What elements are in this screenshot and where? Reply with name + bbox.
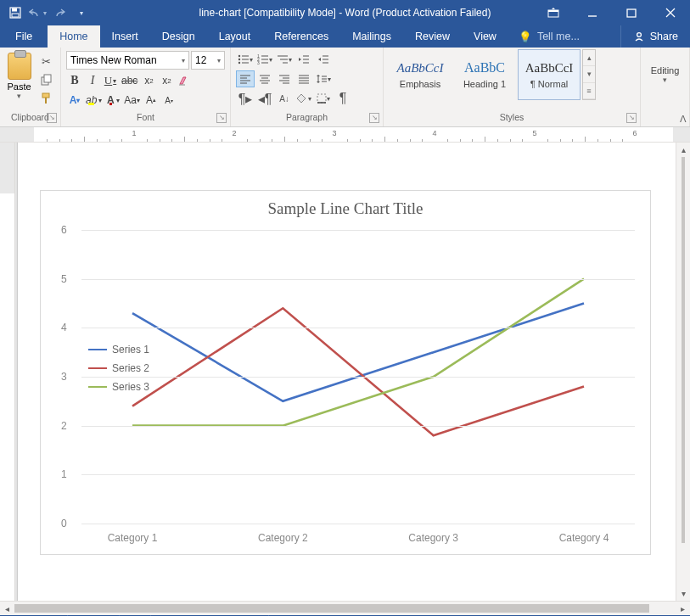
font-color-button[interactable]: A▾ (104, 92, 121, 109)
clipboard-launcher[interactable]: ↘ (47, 113, 57, 123)
document-area: Sample Line Chart Title Series 1Series 2… (0, 143, 690, 601)
chart-object[interactable]: Sample Line Chart Title Series 1Series 2… (40, 190, 651, 555)
style-heading1[interactable]: AaBbC Heading 1 (453, 49, 516, 100)
ribbon-options-button[interactable] (534, 0, 573, 25)
horizontal-scrollbar[interactable]: ◂ ▸ (0, 601, 690, 615)
italic-button[interactable]: I (84, 72, 101, 89)
strikethrough-button[interactable]: abc (120, 72, 139, 89)
bullets-button[interactable]: ▾ (236, 51, 255, 68)
superscript-button[interactable]: x2 (158, 72, 175, 89)
multilevel-list-button[interactable]: ▾ (275, 51, 294, 68)
style-name: ¶ Normal (530, 79, 568, 89)
numbering-button[interactable]: 123▾ (255, 51, 274, 68)
align-center-button[interactable] (255, 70, 274, 87)
window-controls (534, 0, 690, 25)
subscript-button[interactable]: x2 (140, 72, 157, 89)
save-button[interactable] (5, 3, 25, 23)
styles-launcher[interactable]: ↘ (626, 113, 637, 123)
highlight-button[interactable]: ab▾ (84, 92, 104, 109)
font-size-combo[interactable]: 12▾ (191, 51, 225, 70)
group-font: Times New Roman▾ 12▾ B I U▾ abc x2 x2 A▾… (61, 48, 231, 126)
sort-button[interactable]: A↓ (275, 90, 294, 107)
group-paragraph: ▾ 123▾ ▾ ▾ ¶▸ ◂¶ A↓ ▾ ▾ ¶ Para (231, 48, 384, 126)
font-size-value: 12 (195, 54, 206, 66)
increase-indent-button[interactable] (314, 51, 333, 68)
tab-home[interactable]: Home (48, 25, 99, 48)
bold-button[interactable]: B (66, 72, 83, 89)
svg-text:3: 3 (257, 60, 260, 64)
redo-button[interactable] (49, 3, 70, 23)
tab-layout[interactable]: Layout (207, 25, 263, 48)
vertical-scrollbar[interactable]: ▴ ▾ (676, 143, 690, 601)
scroll-left-icon[interactable]: ◂ (0, 602, 14, 615)
styles-group-label: Styles↘ (384, 112, 640, 126)
copy-button[interactable] (36, 71, 55, 88)
paste-button[interactable]: Paste ▾ (5, 51, 33, 100)
font-launcher[interactable]: ↘ (216, 113, 227, 123)
line-spacing-button[interactable]: ▾ (314, 70, 333, 87)
undo-button[interactable]: ▾ (27, 3, 48, 23)
text-effects-button[interactable]: A▾ (66, 92, 83, 109)
tab-insert[interactable]: Insert (100, 25, 150, 48)
share-button[interactable]: Share (620, 25, 690, 48)
share-icon (633, 31, 645, 42)
tab-design[interactable]: Design (150, 25, 207, 48)
lightbulb-icon: 💡 (519, 31, 532, 43)
vertical-ruler[interactable] (0, 143, 15, 601)
style-normal[interactable]: AaBbCcI ¶ Normal (518, 49, 581, 100)
chevron-down-icon: ▾ (217, 57, 221, 64)
show-marks-button[interactable]: ¶ (334, 90, 352, 107)
paragraph-launcher[interactable]: ↘ (369, 113, 379, 123)
tell-me[interactable]: 💡 Tell me... (508, 25, 590, 48)
borders-button[interactable]: ▾ (314, 90, 333, 107)
align-left-button[interactable] (236, 70, 255, 87)
decrease-indent-button[interactable] (295, 51, 313, 68)
scrollbar-thumb[interactable] (14, 604, 649, 613)
minimize-button[interactable] (573, 0, 612, 25)
scroll-down-icon[interactable]: ▾ (583, 66, 595, 82)
grow-font-button[interactable]: A▴ (143, 92, 160, 109)
change-case-button[interactable]: Aa▾ (122, 92, 142, 109)
scroll-up-icon[interactable]: ▴ (583, 50, 595, 66)
rtl-button[interactable]: ◂¶ (255, 90, 274, 107)
chevron-down-icon: ▾ (182, 57, 185, 64)
align-right-button[interactable] (275, 70, 294, 87)
clear-formatting-button[interactable] (176, 72, 193, 89)
group-styles: AaBbCcI Emphasis AaBbC Heading 1 AaBbCcI… (384, 48, 641, 126)
svg-rect-11 (44, 75, 51, 82)
paste-label: Paste (7, 81, 31, 92)
underline-button[interactable]: U▾ (102, 72, 119, 89)
tab-mailings[interactable]: Mailings (340, 25, 403, 48)
scroll-down-icon[interactable]: ▾ (676, 586, 690, 601)
tab-file[interactable]: File (0, 25, 48, 48)
justify-button[interactable] (295, 70, 313, 87)
format-painter-button[interactable] (36, 90, 55, 107)
tab-references[interactable]: References (262, 25, 340, 48)
scrollbar-thumb[interactable] (682, 157, 685, 543)
ltr-button[interactable]: ¶▸ (236, 90, 255, 107)
paragraph-group-label: Paragraph↘ (231, 112, 383, 126)
styles-scroll[interactable]: ▴ ▾ ≡ (582, 49, 596, 100)
chart-title: Sample Line Chart Title (41, 199, 650, 218)
shrink-font-button[interactable]: A▾ (160, 92, 177, 109)
svg-rect-2 (12, 14, 19, 17)
maximize-button[interactable] (612, 0, 651, 25)
scroll-right-icon[interactable]: ▸ (676, 602, 690, 615)
svg-rect-13 (45, 98, 47, 104)
qat-customize[interactable]: ▾ (71, 3, 92, 23)
editing-button[interactable]: Editing ▾ (646, 51, 684, 98)
font-name-value: Times New Roman (70, 54, 157, 66)
styles-expand-icon[interactable]: ≡ (583, 83, 595, 99)
cut-button[interactable]: ✂ (36, 53, 55, 70)
collapse-ribbon-button[interactable]: ᐱ (680, 114, 687, 125)
close-button[interactable] (651, 0, 690, 25)
tab-view[interactable]: View (462, 25, 508, 48)
tab-review[interactable]: Review (403, 25, 462, 48)
font-name-combo[interactable]: Times New Roman▾ (66, 51, 189, 70)
scroll-up-icon[interactable]: ▴ (676, 143, 690, 157)
style-emphasis[interactable]: AaBbCcI Emphasis (389, 49, 452, 100)
horizontal-ruler[interactable]: 123456 (0, 127, 690, 143)
font-group-label: Font↘ (61, 112, 230, 126)
shading-button[interactable]: ▾ (295, 90, 313, 107)
tell-me-label: Tell me... (537, 31, 580, 42)
